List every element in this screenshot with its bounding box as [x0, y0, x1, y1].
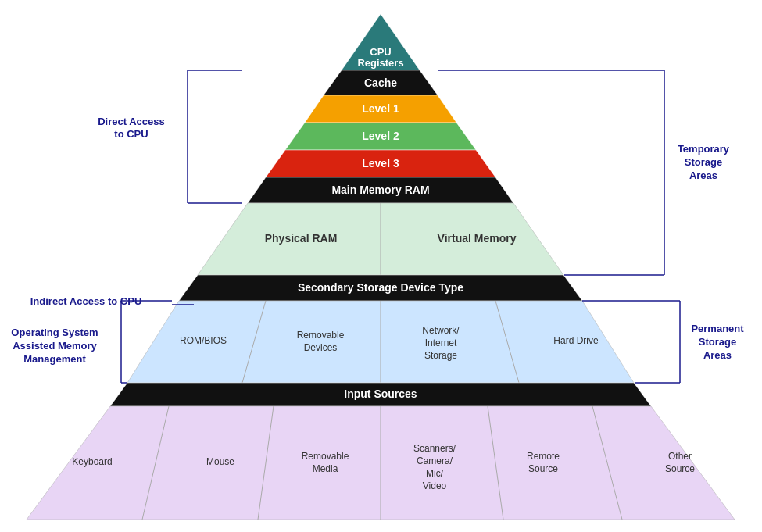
scanners-label2: Camera/	[417, 455, 453, 466]
scanners-label: Scanners/	[413, 443, 456, 454]
scanners-label3: Mic/	[426, 468, 444, 479]
main-memory-label: Main Memory RAM	[331, 184, 429, 196]
cache-label: Cache	[364, 77, 397, 89]
direct-access-label: Direct Access	[98, 116, 165, 127]
remote-source-label2: Source	[528, 463, 558, 474]
level3-label: Level 3	[362, 157, 399, 170]
removable-devices-label: Removable	[297, 330, 345, 341]
secondary-storage-label: Secondary Storage Device Type	[298, 281, 463, 294]
os-label2: Assisted Memory	[13, 340, 97, 352]
network-storage-label3: Storage	[424, 350, 457, 361]
scanners-label4: Video	[423, 480, 447, 491]
diagram-container: text.layer-label { font-family: Arial, s…	[0, 0, 762, 532]
virtual-memory-label: Virtual Memory	[438, 232, 517, 245]
direct-access-label2: to CPU	[114, 128, 148, 140]
cpu-registers-label2: Registers	[357, 57, 403, 69]
os-label3: Management	[23, 353, 86, 365]
removable-media-label: Removable	[302, 451, 349, 462]
physical-ram-label: Physical RAM	[265, 232, 338, 245]
level1-label: Level 1	[362, 102, 399, 115]
rombios-label: ROM/BIOS	[180, 335, 227, 346]
removable-devices-label2: Devices	[304, 342, 338, 353]
cpu-registers-label: CPU	[370, 46, 391, 58]
perm-storage-label: Permanent	[691, 323, 744, 334]
remote-source-label: Remote	[527, 451, 560, 462]
perm-storage-label3: Areas	[703, 349, 732, 361]
network-storage-label2: Internet	[425, 337, 457, 348]
level2-label: Level 2	[362, 130, 399, 142]
hard-drive-label: Hard Drive	[553, 335, 599, 346]
mouse-label: Mouse	[206, 456, 234, 467]
temp-storage-label3: Areas	[689, 170, 717, 181]
temp-storage-label: Temporary	[678, 143, 730, 155]
perm-storage-label2: Storage	[699, 336, 736, 348]
other-source-label: Other	[668, 451, 692, 462]
other-source-label2: Source	[665, 463, 695, 474]
network-storage-label: Network/	[422, 325, 460, 336]
input-sources-label: Input Sources	[344, 387, 417, 400]
temp-storage-label2: Storage	[685, 156, 722, 168]
keyboard-label: Keyboard	[72, 456, 112, 467]
removable-media-label2: Media	[313, 463, 338, 474]
os-label: Operating System	[11, 327, 98, 338]
